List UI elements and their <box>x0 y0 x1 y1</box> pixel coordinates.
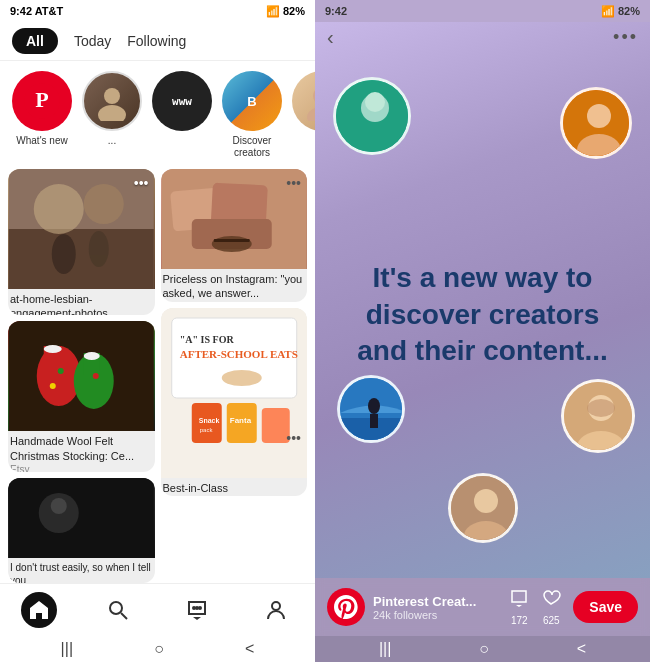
status-bar-right: 9:42 📶 82% <box>315 0 650 22</box>
svg-point-19 <box>58 368 64 374</box>
comment-count: 172 <box>511 615 528 626</box>
story-item-user1[interactable]: ... <box>82 71 142 147</box>
nav-chat[interactable] <box>179 592 215 628</box>
feed-grid: ••• at-home-lesbian-engagement-photos <box>0 169 315 583</box>
svg-point-42 <box>110 602 122 614</box>
card-dots-snack[interactable]: ••• <box>286 430 301 446</box>
card-label-engagement: at-home-lesbian-engagement-photos <box>8 289 155 315</box>
svg-point-9 <box>84 184 124 224</box>
status-bar-left: 9:42 AT&T 📶 82% <box>0 0 315 22</box>
right-panel: 9:42 📶 82% ‹ ••• <box>315 0 650 662</box>
comment-icon <box>509 588 529 613</box>
svg-text:P: P <box>35 87 48 112</box>
svg-point-45 <box>196 607 198 609</box>
feed-card-priceless[interactable]: ••• Priceless on Instagram: "you asked, … <box>161 169 308 302</box>
svg-text:"A" IS FOR: "A" IS FOR <box>179 334 234 345</box>
status-icons-right: 📶 82% <box>601 5 640 18</box>
svg-point-44 <box>193 607 195 609</box>
tab-bar: All Today Following <box>0 22 315 61</box>
card-dots-priceless[interactable]: ••• <box>286 175 301 191</box>
svg-point-52 <box>587 104 611 128</box>
svg-point-10 <box>52 234 76 274</box>
status-icons-left: 📶 82% <box>266 5 305 18</box>
story-content: It's a new way to discover creators and … <box>315 22 650 578</box>
svg-point-8 <box>34 184 84 234</box>
nav-profile[interactable] <box>258 592 294 628</box>
story-item-blogger[interactable]: B Discover creators <box>222 71 282 159</box>
svg-rect-41 <box>261 408 289 443</box>
card-dots-engagement[interactable]: ••• <box>134 175 149 191</box>
status-time-right: 9:42 <box>325 5 347 17</box>
svg-rect-7 <box>9 229 154 289</box>
stories-row: P What's new ... www B Discover <box>0 61 315 169</box>
android-home-right[interactable]: ○ <box>479 640 489 658</box>
creator-text: Pinterest Creat... 24k followers <box>373 594 476 621</box>
action-heart[interactable]: 625 <box>541 588 561 626</box>
save-button[interactable]: Save <box>573 591 638 623</box>
card-label-snack: Best-in-Class <box>161 478 308 496</box>
feed-card-stocking[interactable]: Handmade Wool Felt Christmas Stocking: C… <box>8 321 155 471</box>
bottom-nav <box>0 583 315 636</box>
creator-circle-orange <box>560 87 632 159</box>
story-more-button[interactable]: ••• <box>613 27 638 48</box>
creator-circle-teal <box>333 77 411 155</box>
svg-point-20 <box>50 383 56 389</box>
card-label-priceless: Priceless on Instagram: "you asked, we a… <box>161 269 308 302</box>
card-label-stocking: Handmade Wool Felt Christmas Stocking: C… <box>8 431 155 464</box>
svg-point-61 <box>587 399 615 417</box>
android-back-left[interactable]: < <box>245 640 254 658</box>
svg-point-3 <box>98 105 126 121</box>
card-label-dark: I don't trust easily, so when I tell you <box>8 558 155 583</box>
svg-point-29 <box>211 236 251 252</box>
android-home-left[interactable]: ○ <box>154 640 164 658</box>
left-panel: 9:42 AT&T 📶 82% All Today Following P Wh… <box>0 0 315 662</box>
story-label-blogger: Discover creators <box>222 135 282 159</box>
android-bar-left: ||| ○ < <box>0 636 315 662</box>
story-back-button[interactable]: ‹ <box>327 26 334 49</box>
android-bar-right: ||| ○ < <box>315 636 650 662</box>
svg-point-35 <box>221 370 261 386</box>
android-menu-left[interactable]: ||| <box>61 640 73 658</box>
story-main-text: It's a new way to discover creators and … <box>325 260 640 369</box>
story-avatar-blogger: B <box>222 71 282 131</box>
story-item-face1[interactable] <box>292 71 315 135</box>
story-avatar-pinterest: P <box>12 71 72 131</box>
heart-count: 625 <box>543 615 560 626</box>
svg-point-21 <box>93 373 99 379</box>
svg-rect-22 <box>9 478 154 558</box>
android-menu-right[interactable]: ||| <box>379 640 391 658</box>
creator-circle-blue <box>337 375 405 443</box>
story-bottom-bar: Pinterest Creat... 24k followers 172 <box>315 578 650 636</box>
feed-card-dark[interactable]: I don't trust easily, so when I tell you <box>8 478 155 583</box>
nav-search[interactable] <box>100 592 136 628</box>
svg-point-18 <box>84 352 100 360</box>
story-avatar-user1 <box>82 71 142 131</box>
svg-point-50 <box>365 92 385 112</box>
story-item-www[interactable]: www <box>152 71 212 135</box>
android-back-right[interactable]: < <box>577 640 586 658</box>
tab-following[interactable]: Following <box>127 33 186 49</box>
svg-point-47 <box>272 602 280 610</box>
action-comment[interactable]: 172 <box>509 588 529 626</box>
story-item-pinterest[interactable]: P What's new <box>12 71 72 147</box>
creator-name: Pinterest Creat... <box>373 594 476 609</box>
tab-today[interactable]: Today <box>74 33 111 49</box>
heart-icon <box>541 588 561 613</box>
nav-home[interactable] <box>21 592 57 628</box>
feed-col-1: ••• at-home-lesbian-engagement-photos <box>8 169 155 583</box>
svg-point-15 <box>44 345 62 353</box>
svg-text:Snack: Snack <box>198 417 219 424</box>
svg-line-43 <box>121 613 127 619</box>
tab-all[interactable]: All <box>12 28 58 54</box>
feed-card-engagement[interactable]: ••• at-home-lesbian-engagement-photos <box>8 169 155 315</box>
svg-point-5 <box>307 107 315 121</box>
svg-point-46 <box>199 607 201 609</box>
creator-circle-tan <box>448 473 518 543</box>
creator-circle-pink <box>561 379 635 453</box>
svg-point-63 <box>474 489 498 513</box>
creator-followers: 24k followers <box>373 609 476 621</box>
story-label-whats-new: What's new <box>16 135 67 147</box>
feed-card-snack[interactable]: "A" IS FOR AFTER-SCHOOL EATS Snack pack … <box>161 308 308 496</box>
story-avatar-www: www <box>152 71 212 131</box>
svg-text:AFTER-SCHOOL EATS: AFTER-SCHOOL EATS <box>179 348 297 360</box>
